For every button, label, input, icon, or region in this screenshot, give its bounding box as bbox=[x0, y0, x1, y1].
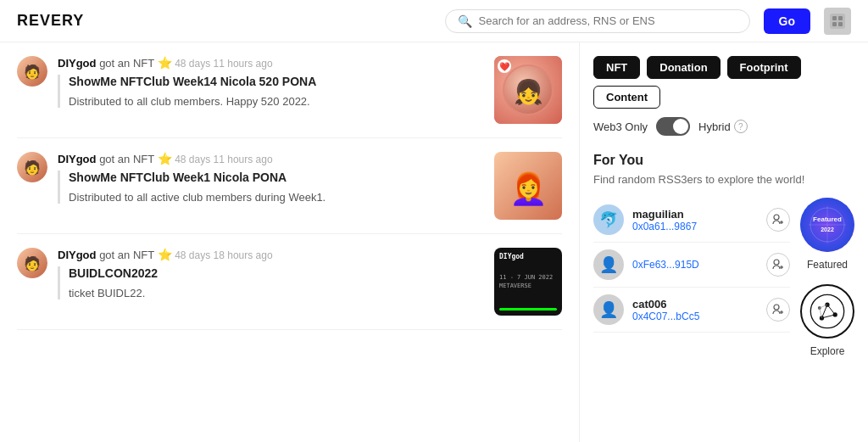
user-list: 🐬 maguilian 0x0a61...9867 bbox=[593, 198, 790, 357]
emoji-icon: ⭐ bbox=[158, 56, 172, 70]
svg-rect-2 bbox=[838, 16, 843, 20]
search-bar: 🔍 bbox=[445, 9, 750, 33]
timestamp: 48 days 11 hours ago bbox=[175, 154, 272, 165]
nft-image: DIYgod 11 - 7 JUN 2022METAVERSE bbox=[494, 248, 562, 316]
user-row: 👤 cat006 0x4C07...bCc5 bbox=[593, 288, 790, 333]
explore-badge[interactable] bbox=[800, 284, 854, 338]
sidebar: NFT Donation Footprint Content Web3 Only… bbox=[580, 42, 868, 442]
nft-desc: ticket BUIDL22. bbox=[69, 287, 484, 299]
username: DIYgod bbox=[58, 153, 97, 165]
explore-label: Explore bbox=[810, 345, 845, 357]
user-avatar: 👤 bbox=[593, 249, 624, 280]
user-avatar: 👤 bbox=[593, 294, 624, 325]
action-text: got an NFT bbox=[99, 57, 157, 70]
svg-line-26 bbox=[821, 315, 835, 318]
nft-title: ShowMe NFTClub Week1 Nicola PONA bbox=[69, 171, 484, 184]
header: REVERY 🔍 Go bbox=[0, 0, 868, 42]
nft-image: 👧 ❤️ bbox=[494, 56, 562, 124]
filter-donation-button[interactable]: Donation bbox=[647, 56, 720, 79]
nft-desc: Distributed to all club members. Happy 5… bbox=[69, 95, 484, 108]
nft-image: 👩‍🦰 bbox=[494, 152, 562, 220]
featured-explore-col: Featured 2022 Featured bbox=[800, 198, 854, 357]
user-avatar: 🐬 bbox=[593, 204, 624, 235]
search-icon: 🔍 bbox=[458, 14, 472, 28]
feed-content: DIYgod got an NFT ⭐ 48 days 11 hours ago… bbox=[58, 152, 484, 204]
avatar: 🧑 bbox=[17, 56, 47, 87]
avatar: 🧑 bbox=[17, 152, 47, 182]
profile-icon[interactable] bbox=[824, 8, 851, 35]
action-text: got an NFT bbox=[99, 249, 157, 261]
username: DIYgod bbox=[58, 249, 97, 261]
svg-line-25 bbox=[827, 305, 835, 315]
svg-rect-4 bbox=[838, 22, 843, 26]
feed-body: ShowMe NFTClub Week14 Nicola 520 PONA Di… bbox=[58, 75, 484, 108]
explore-badge-wrapper bbox=[800, 284, 854, 338]
svg-point-5 bbox=[774, 215, 779, 220]
user-name: maguilian bbox=[632, 208, 758, 221]
user-row: 🐬 maguilian 0x0a61...9867 bbox=[593, 198, 790, 243]
for-you-section: For You Find random RSS3ers to explore t… bbox=[593, 153, 854, 357]
user-address[interactable]: 0x4C07...bCc5 bbox=[632, 311, 758, 322]
svg-point-11 bbox=[774, 305, 779, 310]
for-you-title: For You bbox=[593, 153, 854, 168]
svg-rect-0 bbox=[830, 14, 845, 29]
timestamp: 48 days 11 hours ago bbox=[175, 58, 272, 70]
action-text: got an NFT bbox=[99, 153, 157, 165]
featured-label: Featured bbox=[807, 259, 848, 271]
feed-body: BUIDLCON2022 ticket BUIDL22. bbox=[58, 266, 484, 299]
user-info: 0xFe63...915D bbox=[632, 259, 758, 271]
nft-desc: Distributed to all active club members d… bbox=[69, 191, 484, 204]
nft-title: ShowMe NFTClub Week14 Nicola 520 PONA bbox=[69, 75, 484, 88]
svg-point-20 bbox=[810, 294, 843, 327]
feed-content: DIYgod got an NFT ⭐ 48 days 18 hours ago… bbox=[58, 248, 484, 299]
nft-title: BUIDLCON2022 bbox=[69, 266, 484, 280]
hybrid-label: Hybrid ? bbox=[698, 120, 748, 133]
add-user-button[interactable] bbox=[766, 208, 790, 232]
svg-rect-3 bbox=[832, 22, 837, 26]
feed-body: ShowMe NFTClub Week1 Nicola PONA Distrib… bbox=[58, 171, 484, 204]
user-info: maguilian 0x0a61...9867 bbox=[632, 208, 758, 232]
user-row: 👤 0xFe63...915D bbox=[593, 243, 790, 288]
web3-toggle[interactable] bbox=[656, 117, 690, 136]
main-content: 🧑 DIYgod got an NFT ⭐ 48 days 11 hours a… bbox=[0, 42, 868, 442]
timestamp: 48 days 18 hours ago bbox=[175, 249, 272, 261]
user-name: cat006 bbox=[632, 298, 758, 311]
add-user-button[interactable] bbox=[766, 253, 790, 277]
emoji-icon: ⭐ bbox=[158, 152, 172, 165]
for-you-content: 🐬 maguilian 0x0a61...9867 bbox=[593, 198, 854, 357]
filter-row: NFT Donation Footprint Content bbox=[593, 56, 854, 109]
search-input[interactable] bbox=[479, 14, 737, 27]
go-button[interactable]: Go bbox=[764, 8, 810, 34]
feed-item: 🧑 DIYgod got an NFT ⭐ 48 days 11 hours a… bbox=[17, 138, 562, 234]
user-info: cat006 0x4C07...bCc5 bbox=[632, 298, 758, 322]
user-address[interactable]: 0xFe63...915D bbox=[632, 259, 758, 271]
featured-badge[interactable]: Featured 2022 bbox=[800, 198, 854, 252]
user-address[interactable]: 0x0a61...9867 bbox=[632, 221, 758, 232]
feed: 🧑 DIYgod got an NFT ⭐ 48 days 11 hours a… bbox=[0, 42, 580, 442]
username: DIYgod bbox=[58, 57, 97, 70]
web3-only-label: Web3 Only bbox=[593, 120, 648, 133]
avatar: 🧑 bbox=[17, 248, 47, 278]
filter-footprint-button[interactable]: Footprint bbox=[727, 56, 801, 79]
feed-item: 🧑 DIYgod got an NFT ⭐ 48 days 18 hours a… bbox=[17, 234, 562, 330]
feed-item: 🧑 DIYgod got an NFT ⭐ 48 days 11 hours a… bbox=[17, 42, 562, 138]
feed-content: DIYgod got an NFT ⭐ 48 days 11 hours ago… bbox=[58, 56, 484, 108]
feed-meta: DIYgod got an NFT ⭐ 48 days 11 hours ago bbox=[58, 56, 484, 70]
logo: REVERY bbox=[17, 12, 84, 30]
svg-point-8 bbox=[774, 260, 779, 265]
filter-nft-button[interactable]: NFT bbox=[593, 56, 640, 79]
emoji-icon: ⭐ bbox=[158, 248, 172, 261]
svg-rect-1 bbox=[832, 16, 837, 20]
add-user-button[interactable] bbox=[766, 298, 790, 322]
feed-meta: DIYgod got an NFT ⭐ 48 days 18 hours ago bbox=[58, 248, 484, 261]
toggle-row: Web3 Only Hybrid ? bbox=[593, 117, 854, 136]
info-icon[interactable]: ? bbox=[734, 120, 748, 133]
feed-meta: DIYgod got an NFT ⭐ 48 days 11 hours ago bbox=[58, 152, 484, 165]
for-you-desc: Find random RSS3ers to explore the world… bbox=[593, 173, 854, 186]
filter-content-button[interactable]: Content bbox=[593, 86, 660, 109]
